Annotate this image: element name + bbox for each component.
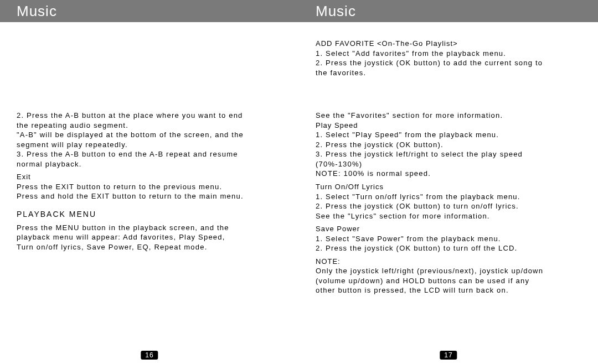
exit-heading: Exit (17, 172, 288, 182)
body-text: "A-B" will be displayed at the bottom of… (17, 130, 288, 140)
body-text: (volume up/down) and HOLD buttons can be… (316, 276, 587, 286)
body-text: See the "Favorites" section for more inf… (316, 111, 587, 121)
body-text: Press the EXIT button to return to the p… (17, 182, 288, 192)
playback-menu-heading: PLAYBACK MENU (17, 209, 288, 220)
body-text: 3. Press the joystick left/right to sele… (316, 149, 587, 159)
body-text: 1. Select "Turn on/off lyrics" from the … (316, 192, 587, 202)
body-text: 1. Select "Save Power" from the playback… (316, 234, 587, 244)
header-bar-right: Music (299, 0, 598, 22)
body-text: 2. Press the joystick (OK button) to add… (316, 58, 587, 68)
body-text: NOTE: 100% is normal speed. (316, 169, 587, 179)
body-text: Press the MENU button in the playback sc… (17, 223, 288, 233)
page-left: Music 2. Press the A-B button at the pla… (0, 0, 299, 364)
body-text: 2. Press the A-B button at the place whe… (17, 111, 288, 121)
body-text: other button is pressed, the LCD will tu… (316, 285, 587, 295)
body-text: the favorites. (316, 68, 587, 78)
header-bar-left: Music (0, 0, 299, 22)
page-number-left: 16 (141, 351, 158, 360)
body-text: Only the joystick left/right (previous/n… (316, 266, 587, 276)
body-text: 1. Select "Play Speed" from the playback… (316, 130, 587, 140)
body-text: 2. Press the joystick (OK button). (316, 140, 587, 150)
body-text: (70%-130%) (316, 159, 587, 169)
note-heading: NOTE: (316, 257, 587, 267)
body-text: 2. Press the joystick (OK button) to tur… (316, 243, 587, 253)
body-text: 1. Select "Add favorites" from the playb… (316, 49, 587, 59)
body-text: See the "Lyrics" section for more inform… (316, 211, 587, 221)
body-text: Press and hold the EXIT button to return… (17, 191, 288, 201)
body-text: playback menu will appear: Add favorites… (17, 232, 288, 242)
lyrics-heading: Turn On/Off Lyrics (316, 182, 587, 192)
body-text: 3. Press the A-B button to end the A-B r… (17, 149, 288, 159)
play-speed-heading: Play Speed (316, 121, 587, 131)
page-number-right: 17 (440, 351, 457, 360)
header-title-left: Music (17, 3, 57, 20)
page-spread: Music 2. Press the A-B button at the pla… (0, 0, 598, 364)
page-right: Music ADD FAVORITE <On-The-Go Playlist> … (299, 0, 598, 364)
add-favorite-heading: ADD FAVORITE <On-The-Go Playlist> (316, 39, 587, 49)
body-text: normal playback. (17, 159, 288, 169)
body-text: segment will play repeatedly. (17, 140, 288, 150)
body-text: Turn on/off lyrics, Save Power, EQ, Repe… (17, 242, 288, 252)
body-text: 2. Press the joystick (OK button) to tur… (316, 201, 587, 211)
body-text: the repeating audio segment. (17, 121, 288, 131)
save-power-heading: Save Power (316, 224, 587, 234)
content-right: ADD FAVORITE <On-The-Go Playlist> 1. Sel… (316, 39, 587, 342)
header-title-right: Music (316, 3, 356, 20)
content-left: 2. Press the A-B button at the place whe… (17, 39, 288, 342)
